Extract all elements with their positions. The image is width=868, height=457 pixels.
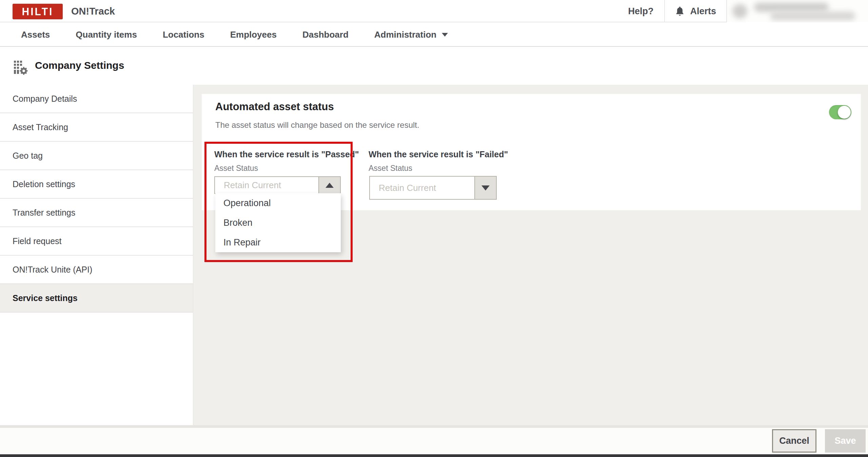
- chevron-up-icon: [326, 183, 334, 188]
- blurred-username: [754, 3, 829, 12]
- nav-item-assets[interactable]: Assets: [21, 29, 50, 40]
- settings-sidebar: Company Details Asset Tracking Geo tag D…: [0, 85, 193, 425]
- alerts-button[interactable]: Alerts: [665, 0, 726, 22]
- save-button[interactable]: Save: [825, 429, 866, 453]
- nav-item-quantity-items[interactable]: Quantity items: [76, 29, 137, 40]
- passed-dropdown-arrow-button[interactable]: [318, 177, 340, 193]
- chevron-down-icon: [442, 33, 448, 37]
- blurred-company: [770, 12, 855, 20]
- nav-item-administration[interactable]: Administration: [374, 29, 448, 40]
- footer-top-divider: [0, 425, 868, 428]
- option-broken[interactable]: Broken: [215, 213, 341, 233]
- chevron-down-icon: [481, 185, 490, 191]
- failed-column-heading: When the service result is "Failed": [369, 150, 508, 159]
- option-in-repair[interactable]: In Repair: [215, 233, 341, 252]
- bottom-dark-strip: [0, 454, 868, 457]
- help-link[interactable]: Help?: [617, 0, 664, 22]
- failed-dropdown-arrow-button[interactable]: [474, 177, 496, 199]
- alerts-label: Alerts: [690, 6, 716, 17]
- passed-dropdown-placeholder: Retain Current: [224, 177, 281, 193]
- top-bar: HILTI ON!Track Help? Alerts: [0, 0, 868, 22]
- page-title: Company Settings: [35, 60, 124, 71]
- footer-bar: Cancel Save: [0, 428, 868, 454]
- app-title: ON!Track: [71, 6, 115, 17]
- hilti-logo[interactable]: HILTI: [13, 4, 63, 19]
- user-account-blurred[interactable]: [727, 0, 868, 22]
- blurred-avatar: [732, 4, 747, 18]
- passed-asset-status-label: Asset Status: [214, 164, 258, 173]
- nav-item-dashboard[interactable]: Dashboard: [302, 29, 349, 40]
- nav-label: Locations: [163, 29, 204, 40]
- sidebar-item-deletion-settings[interactable]: Deletion settings: [0, 170, 193, 199]
- panel-title: Automated asset status: [215, 101, 334, 113]
- passed-dropdown-option-list: Operational Broken In Repair: [215, 193, 341, 252]
- sidebar-item-geo-tag[interactable]: Geo tag: [0, 142, 193, 170]
- sidebar-item-company-details[interactable]: Company Details: [0, 85, 193, 113]
- nav-label: Assets: [21, 29, 50, 40]
- topbar-right-cluster: Help? Alerts: [617, 0, 868, 22]
- ontrack-app-window: HILTI ON!Track Help? Alerts: [0, 0, 868, 457]
- bell-icon: [675, 6, 685, 17]
- passed-asset-status-dropdown[interactable]: Retain Current: [214, 176, 341, 194]
- help-label: Help?: [628, 6, 653, 17]
- toggle-knob: [838, 106, 851, 119]
- failed-asset-status-label: Asset Status: [369, 164, 412, 173]
- nav-label: Administration: [374, 29, 436, 40]
- nav-item-locations[interactable]: Locations: [163, 29, 204, 40]
- panel-subtitle: The asset status will change based on th…: [215, 120, 419, 130]
- sidebar-item-ontrack-unite-api[interactable]: ON!Track Unite (API): [0, 256, 193, 284]
- nav-label: Employees: [230, 29, 277, 40]
- sidebar-item-asset-tracking[interactable]: Asset Tracking: [0, 113, 193, 142]
- option-operational[interactable]: Operational: [215, 193, 341, 213]
- nav-item-employees[interactable]: Employees: [230, 29, 277, 40]
- sidebar-item-service-settings[interactable]: Service settings: [0, 284, 193, 313]
- nav-label: Dashboard: [302, 29, 349, 40]
- main-nav: Assets Quantity items Locations Employee…: [0, 23, 868, 47]
- page-header: Company Settings: [0, 47, 868, 85]
- automated-asset-status-panel: Automated asset status The asset status …: [202, 94, 861, 210]
- cancel-button[interactable]: Cancel: [772, 429, 816, 453]
- sidebar-item-transfer-settings[interactable]: Transfer settings: [0, 199, 193, 227]
- sidebar-item-field-request[interactable]: Field request: [0, 227, 193, 256]
- failed-dropdown-placeholder: Retain Current: [379, 177, 436, 199]
- company-settings-icon: [12, 59, 29, 76]
- content-area: Company Details Asset Tracking Geo tag D…: [0, 85, 868, 425]
- passed-column-heading: When the service result is "Passed": [214, 150, 359, 159]
- nav-label: Quantity items: [76, 29, 137, 40]
- hilti-logo-text: HILTI: [22, 5, 54, 18]
- automated-asset-status-toggle[interactable]: [829, 105, 851, 119]
- failed-asset-status-dropdown[interactable]: Retain Current: [369, 176, 497, 200]
